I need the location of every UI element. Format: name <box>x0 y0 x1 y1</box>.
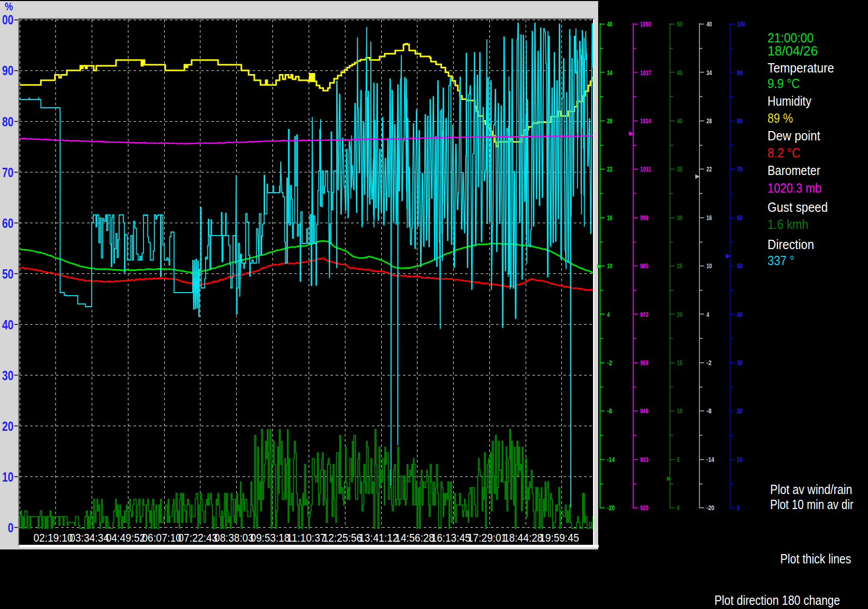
svg-text:Barometer: Barometer <box>768 163 820 178</box>
svg-text:1011: 1011 <box>640 165 651 173</box>
svg-text:16:13:45: 16:13:45 <box>431 531 471 544</box>
svg-text:985: 985 <box>640 262 648 270</box>
svg-text:25: 25 <box>677 262 683 270</box>
svg-text:100: 100 <box>737 20 745 28</box>
svg-text:337 °: 337 ° <box>768 253 794 268</box>
svg-text:80: 80 <box>737 117 743 125</box>
svg-text:Gust speed: Gust speed <box>768 199 828 215</box>
svg-text:5: 5 <box>677 456 679 463</box>
svg-text:0: 0 <box>8 520 13 535</box>
svg-text:50: 50 <box>2 266 13 282</box>
svg-text:90: 90 <box>2 63 13 78</box>
svg-text:-20: -20 <box>607 504 615 512</box>
svg-text:15: 15 <box>677 359 683 367</box>
svg-text:-20: -20 <box>706 504 714 512</box>
svg-text:10: 10 <box>706 262 712 270</box>
svg-text:Temperature: Temperature <box>768 60 834 76</box>
svg-text:22: 22 <box>607 165 613 173</box>
svg-text:Humidity: Humidity <box>768 93 812 109</box>
svg-text:Plot direction 180 change: Plot direction 180 change <box>715 592 841 608</box>
svg-text:40: 40 <box>706 20 712 28</box>
svg-text:34: 34 <box>607 69 613 77</box>
svg-text:998: 998 <box>640 214 648 222</box>
svg-text:08:38:03: 08:38:03 <box>214 531 254 544</box>
svg-text:80: 80 <box>2 114 13 129</box>
svg-text:90: 90 <box>737 69 743 77</box>
svg-text:40: 40 <box>607 20 613 28</box>
svg-text:50: 50 <box>737 262 743 270</box>
svg-text:50: 50 <box>677 20 683 28</box>
svg-text:1.6 kmh: 1.6 kmh <box>768 216 808 232</box>
svg-text:45: 45 <box>677 69 683 77</box>
svg-text:933: 933 <box>640 456 648 463</box>
svg-text:28: 28 <box>706 117 712 125</box>
svg-text:9.9 °C: 9.9 °C <box>768 76 800 91</box>
svg-text:Plot thick lines: Plot thick lines <box>780 551 851 567</box>
svg-text:30: 30 <box>737 359 743 367</box>
svg-text:18/04/26: 18/04/26 <box>768 43 818 59</box>
svg-text:13:41:12: 13:41:12 <box>359 531 398 544</box>
svg-text:40: 40 <box>737 311 743 318</box>
svg-text:-2: -2 <box>706 359 712 367</box>
svg-text:1024: 1024 <box>640 117 652 125</box>
svg-text:70: 70 <box>2 165 13 180</box>
svg-text:06:07:10: 06:07:10 <box>142 531 181 544</box>
svg-text:20: 20 <box>737 407 743 415</box>
svg-text:60: 60 <box>2 215 13 231</box>
svg-text:20: 20 <box>677 311 683 318</box>
svg-text:28: 28 <box>607 117 613 125</box>
svg-text:89 %: 89 % <box>768 110 793 126</box>
svg-text:04:49:52: 04:49:52 <box>106 531 145 544</box>
svg-text:17:29:01: 17:29:01 <box>467 531 507 544</box>
svg-text:19:59:45: 19:59:45 <box>540 531 579 544</box>
svg-text:4: 4 <box>607 311 610 318</box>
svg-text:30: 30 <box>2 368 13 383</box>
svg-text:40: 40 <box>677 117 683 125</box>
svg-text:959: 959 <box>640 359 648 367</box>
svg-text:00: 00 <box>2 12 13 27</box>
svg-text:946: 946 <box>640 407 648 415</box>
svg-text:10: 10 <box>607 262 613 270</box>
svg-text:8.2 °C: 8.2 °C <box>768 145 800 161</box>
svg-text:12:25:56: 12:25:56 <box>323 531 362 544</box>
svg-text:22: 22 <box>706 165 712 173</box>
svg-text:30: 30 <box>677 214 683 222</box>
svg-text:Direction: Direction <box>768 237 814 252</box>
svg-text:18:44:28: 18:44:28 <box>503 531 543 544</box>
svg-text:16: 16 <box>706 214 712 222</box>
svg-text:Dew point: Dew point <box>768 128 821 143</box>
svg-text:-14: -14 <box>706 456 715 463</box>
svg-text:34: 34 <box>706 69 712 77</box>
svg-text:4: 4 <box>706 311 710 318</box>
svg-text:16: 16 <box>607 214 613 222</box>
svg-text:0: 0 <box>737 504 740 512</box>
svg-text:11:10:37: 11:10:37 <box>286 531 326 544</box>
svg-text:920: 920 <box>640 504 648 512</box>
svg-text:20: 20 <box>2 418 13 434</box>
svg-text:03:34:34: 03:34:34 <box>70 531 109 544</box>
svg-text:02:19:10: 02:19:10 <box>34 531 73 544</box>
svg-text:10: 10 <box>737 456 743 463</box>
svg-text:10: 10 <box>677 407 683 415</box>
svg-text:972: 972 <box>640 311 648 318</box>
svg-text:-8: -8 <box>607 407 612 415</box>
svg-text:0: 0 <box>677 504 679 512</box>
svg-text:60: 60 <box>737 214 743 222</box>
svg-text:1050: 1050 <box>640 20 651 28</box>
svg-text:-14: -14 <box>607 456 615 463</box>
svg-text:70: 70 <box>737 165 743 173</box>
svg-text:Plot av wind/rain: Plot av wind/rain <box>770 482 852 497</box>
svg-text:-8: -8 <box>706 407 712 415</box>
svg-text:14:56:28: 14:56:28 <box>395 531 435 544</box>
svg-text:35: 35 <box>677 165 683 173</box>
svg-text:40: 40 <box>2 317 13 332</box>
svg-text:10: 10 <box>2 469 13 485</box>
svg-text:09:53:18: 09:53:18 <box>251 531 290 544</box>
svg-text:Plot 10 min av dir: Plot 10 min av dir <box>770 497 853 512</box>
svg-text:07:22:43: 07:22:43 <box>178 531 218 544</box>
svg-text:%: % <box>5 0 13 13</box>
svg-text:-2: -2 <box>607 359 612 367</box>
svg-text:1020.3 mb: 1020.3 mb <box>768 180 821 196</box>
svg-text:1037: 1037 <box>640 69 651 77</box>
